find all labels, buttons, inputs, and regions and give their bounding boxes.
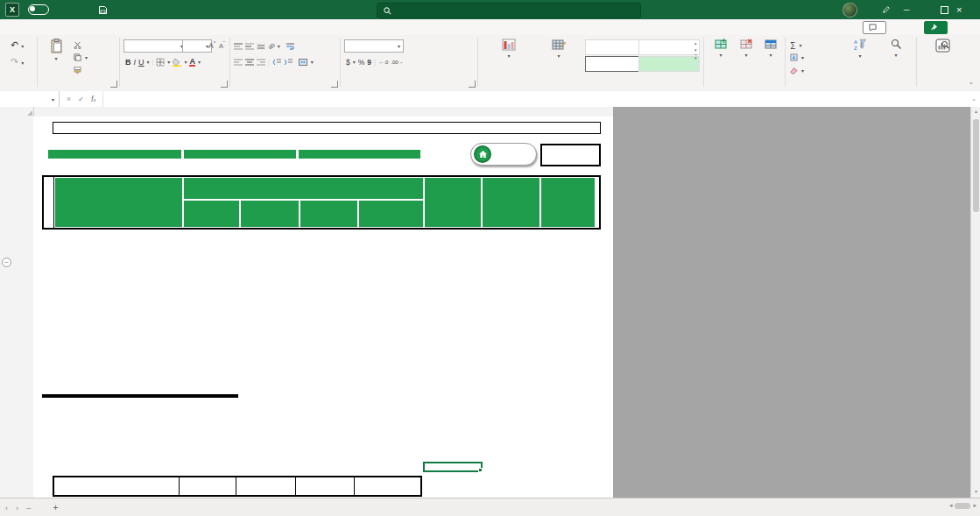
- cancel-icon[interactable]: ×: [67, 95, 71, 103]
- fill-color-button[interactable]: [173, 58, 181, 67]
- enter-icon[interactable]: ✓: [78, 95, 84, 103]
- fx-icon[interactable]: fx: [91, 95, 95, 103]
- comments-button[interactable]: [863, 21, 886, 34]
- share-button[interactable]: [924, 21, 948, 34]
- wrap-text-button[interactable]: [286, 43, 296, 50]
- increase-font-button[interactable]: A^: [208, 40, 215, 50]
- align-center-icon[interactable]: [245, 59, 254, 66]
- increase-decimal-button[interactable]: ←.0: [378, 60, 388, 65]
- italic-button[interactable]: I: [134, 58, 137, 67]
- maximize-button[interactable]: [933, 0, 955, 19]
- sheet-nav-next-icon[interactable]: ›: [16, 504, 18, 512]
- header-rentas-no-laborales: [358, 200, 424, 228]
- font-dialog-launcher[interactable]: [221, 81, 228, 88]
- name-box[interactable]: ▾: [0, 91, 60, 107]
- format-painter-button[interactable]: [74, 66, 83, 74]
- decrease-decimal-button[interactable]: .00→: [391, 60, 403, 65]
- font-size-select[interactable]: ▾: [182, 39, 212, 53]
- vertical-scroll-thumb[interactable]: [973, 119, 979, 212]
- delete-cells-icon: [740, 39, 752, 50]
- patrimonio-liquido-value[interactable]: [299, 150, 420, 159]
- ribbon: ↶ ▾ ↷ ▾ ▾ ▾ ▾ ▾ A^ Aˇ: [0, 35, 980, 92]
- number-dialog-launcher[interactable]: [469, 81, 476, 88]
- hscroll-right-icon[interactable]: ▸: [973, 502, 976, 509]
- horizontal-scroll-thumb[interactable]: [955, 503, 970, 509]
- redo-button[interactable]: ↷ ▾: [11, 56, 24, 67]
- patrimonio-bruto-value[interactable]: [48, 150, 181, 159]
- fill-button[interactable]: ▾: [790, 53, 804, 61]
- autosum-button[interactable]: ∑ ▾: [790, 40, 801, 49]
- align-middle-icon[interactable]: [245, 43, 254, 50]
- comma-format-button[interactable]: 9: [367, 58, 371, 67]
- expand-formula-bar-icon[interactable]: ⌄: [968, 95, 980, 102]
- font-family-select[interactable]: ▾: [123, 39, 187, 53]
- currency-format-button[interactable]: $: [346, 58, 350, 67]
- search-input[interactable]: [377, 3, 641, 18]
- sort-filter-button[interactable]: AZ ▾: [843, 39, 877, 59]
- underline-button[interactable]: U: [138, 58, 145, 67]
- style-normal2[interactable]: [638, 39, 700, 55]
- analyze-data-icon: [935, 39, 950, 53]
- font-color-button[interactable]: A: [189, 58, 195, 67]
- conditional-formatting-button[interactable]: ▾: [484, 39, 533, 59]
- sheet-nav-prev-icon[interactable]: ‹: [5, 504, 8, 512]
- paste-button[interactable]: ▾: [42, 39, 70, 61]
- increase-indent-icon[interactable]: [284, 59, 293, 66]
- undo-button[interactable]: ↶ ▾: [11, 39, 24, 51]
- autosave-toggle[interactable]: [24, 0, 49, 19]
- style-normal[interactable]: [585, 56, 646, 72]
- decrease-font-button[interactable]: Aˇ: [219, 40, 225, 50]
- find-select-button[interactable]: ▾: [878, 39, 914, 58]
- percent-format-button[interactable]: %: [358, 58, 365, 67]
- orientation-button[interactable]: ab: [267, 41, 276, 50]
- avatar[interactable]: [843, 0, 857, 19]
- save-icon[interactable]: [98, 0, 108, 19]
- delete-cells-button[interactable]: ▾: [734, 39, 758, 58]
- clear-button[interactable]: ▾: [790, 67, 804, 74]
- collapse-ribbon-button[interactable]: ⌄: [969, 79, 974, 86]
- selected-cell-H36[interactable]: [423, 462, 483, 472]
- bold-button[interactable]: B: [125, 58, 131, 67]
- hscroll-left-icon[interactable]: ◂: [949, 502, 953, 509]
- deudas-value[interactable]: [184, 150, 296, 159]
- sheet-nav-more-icon[interactable]: –: [26, 504, 31, 512]
- decrease-indent-icon[interactable]: [272, 59, 281, 66]
- style-bueno[interactable]: [638, 56, 700, 72]
- copy-button[interactable]: ▾: [74, 53, 88, 61]
- clipboard-dialog-launcher[interactable]: [110, 81, 117, 88]
- borders-button[interactable]: [156, 58, 165, 67]
- comparison-con-reforma: [180, 477, 236, 495]
- align-left-icon[interactable]: [234, 59, 243, 66]
- inicio-button[interactable]: [470, 143, 537, 166]
- horizontal-scrollbar[interactable]: ◂ ▸: [949, 502, 976, 509]
- patrimonio-liquido-label: [299, 140, 420, 150]
- styles-gallery-scroll[interactable]: ▴▾▾: [694, 40, 697, 60]
- new-sheet-button[interactable]: +: [50, 502, 61, 513]
- format-as-table-icon: [552, 39, 566, 51]
- cut-button[interactable]: [74, 41, 83, 49]
- minimize-button[interactable]: ─: [904, 0, 927, 19]
- merge-center-button[interactable]: ▾: [299, 59, 314, 66]
- format-cells-icon: [765, 39, 777, 50]
- pencil-icon[interactable]: [882, 0, 891, 19]
- analyze-data-button[interactable]: [921, 39, 963, 53]
- scroll-up-icon[interactable]: ▲: [971, 109, 980, 114]
- align-right-icon[interactable]: [257, 59, 265, 66]
- copy-icon: [74, 53, 81, 61]
- insert-cells-button[interactable]: ▾: [709, 39, 732, 58]
- format-as-table-button[interactable]: ▾: [536, 39, 582, 59]
- vertical-scrollbar[interactable]: ▲ ▼: [970, 107, 980, 498]
- close-button[interactable]: ×: [956, 0, 979, 19]
- align-bottom-icon[interactable]: [257, 43, 265, 50]
- number-format-select[interactable]: ▾: [344, 39, 404, 53]
- style-moneda3[interactable]: [585, 39, 646, 55]
- header-rentas-capital: [300, 200, 358, 228]
- share-icon: [930, 24, 938, 32]
- alignment-dialog-launcher[interactable]: [331, 81, 338, 88]
- excel-app-icon[interactable]: X: [5, 0, 19, 19]
- comparison-sin-reforma: [236, 477, 296, 495]
- scroll-down-icon[interactable]: ▼: [971, 489, 980, 494]
- align-top-icon[interactable]: [234, 43, 243, 50]
- format-cells-button[interactable]: ▾: [758, 39, 783, 58]
- outline-collapse-button[interactable]: –: [2, 258, 11, 267]
